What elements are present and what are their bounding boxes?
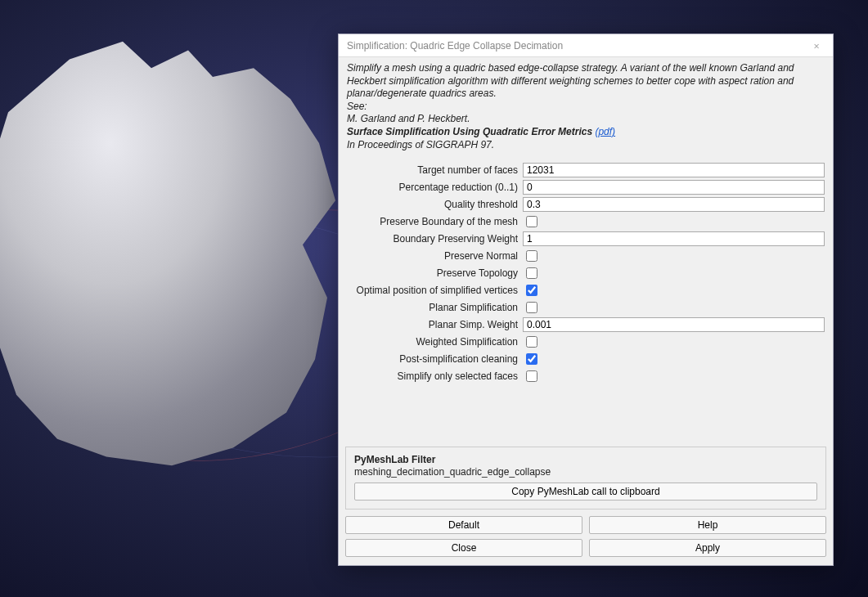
checkbox-preserve-normal[interactable]: [526, 250, 537, 262]
label-preserve-normal: Preserve Normal: [347, 250, 523, 262]
input-percent-reduction[interactable]: [523, 180, 825, 195]
description-authors: M. Garland and P. Heckbert.: [347, 113, 825, 126]
dialog-button-row: Default Help Close Apply: [339, 516, 833, 565]
close-button[interactable]: Close: [345, 539, 582, 557]
pdf-link[interactable]: (pdf): [595, 126, 615, 137]
close-icon[interactable]: ✕: [805, 38, 828, 54]
label-post-cleaning: Post-simplification cleaning: [347, 353, 523, 365]
label-selected-only: Simplify only selected faces: [347, 370, 523, 382]
checkbox-post-cleaning[interactable]: [526, 353, 537, 365]
label-planar-weight: Planar Simp. Weight: [347, 319, 523, 330]
input-planar-weight[interactable]: [523, 317, 825, 332]
label-percent-reduction: Percentage reduction (0..1): [347, 182, 523, 193]
checkbox-weighted-simplification[interactable]: [526, 336, 537, 348]
checkbox-selected-only[interactable]: [526, 370, 537, 382]
label-weighted-simplification: Weighted Simplification: [347, 336, 523, 348]
label-quality-threshold: Quality threshold: [347, 199, 523, 210]
simplification-dialog: Simplification: Quadric Edge Collapse De…: [338, 34, 834, 566]
pymeshlab-heading: PyMeshLab Filter: [354, 454, 817, 465]
default-button[interactable]: Default: [345, 516, 582, 534]
copy-pymeshlab-button[interactable]: Copy PyMeshLab call to clipboard: [354, 483, 817, 500]
dialog-titlebar[interactable]: Simplification: Quadric Edge Collapse De…: [339, 34, 833, 57]
paper-title: Surface Simplification Using Quadratic E…: [347, 126, 592, 137]
label-optimal-position: Optimal position of simplified vertices: [347, 285, 523, 296]
checkbox-planar-simplification[interactable]: [526, 302, 537, 313]
label-preserve-topology: Preserve Topology: [347, 267, 523, 279]
label-planar-simplification: Planar Simplification: [347, 302, 523, 313]
proceedings-line: In Proceedings of SIGGRAPH 97.: [347, 139, 825, 152]
label-preserve-boundary: Preserve Boundary of the mesh: [347, 216, 523, 227]
help-button[interactable]: Help: [589, 516, 826, 534]
input-boundary-weight[interactable]: [523, 231, 825, 246]
dialog-description: Simplify a mesh using a quadric based ed…: [339, 57, 833, 158]
input-quality-threshold[interactable]: [523, 197, 825, 212]
checkbox-preserve-boundary[interactable]: [526, 216, 537, 227]
label-boundary-weight: Boundary Preserving Weight: [347, 233, 523, 245]
input-target-faces[interactable]: [523, 163, 825, 177]
checkbox-preserve-topology[interactable]: [526, 267, 537, 279]
pymeshlab-panel: PyMeshLab Filter meshing_decimation_quad…: [345, 447, 826, 509]
apply-button[interactable]: Apply: [589, 539, 826, 557]
pymeshlab-filter-name: meshing_decimation_quadric_edge_collapse: [354, 466, 817, 478]
filter-form: Target number of faces Percentage reduct…: [339, 158, 833, 440]
label-target-faces: Target number of faces: [347, 164, 523, 176]
description-line-1: Simplify a mesh using a quadric based ed…: [347, 62, 825, 101]
checkbox-optimal-position[interactable]: [526, 285, 537, 296]
description-see: See:: [347, 101, 825, 114]
dialog-title: Simplification: Quadric Edge Collapse De…: [347, 40, 563, 52]
